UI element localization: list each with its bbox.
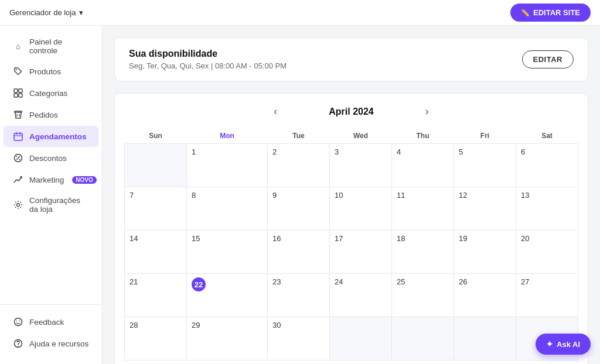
- sidebar-label-categories: Categorias: [29, 89, 67, 98]
- calendar-day-cell[interactable]: 29: [186, 317, 267, 360]
- calendar-day-cell[interactable]: 6: [516, 144, 578, 187]
- sidebar-label-products: Produtos: [29, 67, 61, 76]
- sidebar-label-settings: Configurações da loja: [29, 196, 89, 214]
- calendar-day-cell[interactable]: 21: [125, 274, 187, 317]
- calendar-day-cell[interactable]: 30: [268, 317, 330, 360]
- svg-rect-2: [19, 89, 22, 92]
- topbar: Gerenciador de loja ▾ EDITAR SITE: [0, 0, 600, 26]
- marketing-new-badge: NOVO: [72, 176, 96, 184]
- svg-point-20: [18, 346, 18, 346]
- sidebar-label-marketing: Marketing: [29, 176, 64, 184]
- day-number: 27: [521, 277, 529, 286]
- calendar-day-cell[interactable]: 10: [330, 187, 392, 231]
- svg-point-16: [15, 318, 22, 326]
- day-number: 10: [335, 191, 343, 200]
- prev-month-button[interactable]: ‹: [269, 103, 282, 120]
- orders-icon: [13, 109, 23, 120]
- header-fri: Fri: [454, 128, 516, 144]
- calendar-day-cell[interactable]: 3: [330, 144, 392, 187]
- sidebar-bottom: Feedback Ajuda e recursos: [0, 304, 102, 364]
- calendar-table: Sun Mon Tue Wed Thu Fri Sat 123456789101…: [124, 128, 578, 360]
- calendar-week-row: 78910111213: [125, 187, 578, 231]
- calendar-day-cell: [330, 317, 392, 360]
- day-number: 30: [272, 321, 281, 329]
- calendar-day-cell[interactable]: 24: [330, 274, 392, 317]
- calendar-day-cell[interactable]: 25: [392, 274, 454, 317]
- calendar-day-cell[interactable]: 12: [454, 187, 516, 231]
- calendar-day-cell[interactable]: 19: [454, 231, 516, 274]
- help-icon: [13, 338, 23, 349]
- header-sun: Sun: [125, 128, 187, 144]
- svg-rect-7: [14, 133, 22, 140]
- next-month-button[interactable]: ›: [421, 103, 434, 120]
- calendar-day-cell[interactable]: 16: [268, 231, 330, 274]
- sidebar-nav: ⌂ Painel de controle Produtos Ca: [0, 32, 102, 300]
- day-number: 4: [397, 147, 401, 156]
- availability-title: Sua disponibilidade: [129, 49, 287, 59]
- sidebar-item-products[interactable]: Produtos: [4, 61, 98, 82]
- store-name-label: Gerenciador de loja: [9, 8, 76, 17]
- today-indicator: 22: [192, 277, 206, 291]
- calendar-day-cell[interactable]: 27: [516, 274, 578, 317]
- calendar-day-cell[interactable]: 18: [392, 231, 454, 274]
- calendar-day-cell[interactable]: 22: [186, 274, 267, 317]
- sidebar-item-marketing[interactable]: Marketing NOVO: [4, 169, 98, 190]
- sidebar-item-dashboard[interactable]: ⌂ Painel de controle: [4, 32, 98, 60]
- calendar-week-row: 282930: [125, 317, 578, 360]
- grid-icon: [13, 88, 23, 98]
- calendar-day-cell[interactable]: 5: [454, 144, 516, 187]
- svg-point-15: [17, 204, 20, 207]
- marketing-icon: [13, 174, 23, 185]
- sidebar-label-feedback: Feedback: [29, 318, 64, 327]
- chevron-down-icon: ▾: [79, 8, 83, 17]
- calendar-day-cell[interactable]: 2: [268, 144, 330, 187]
- edit-availability-button[interactable]: EDITAR: [522, 50, 574, 68]
- main-content: Sua disponibilidade Seg, Ter, Qua, Qui, …: [103, 26, 600, 364]
- calendar-day-cell[interactable]: 14: [125, 231, 187, 274]
- calendar-day-cell[interactable]: 15: [186, 231, 267, 274]
- sidebar-item-feedback[interactable]: Feedback: [4, 311, 98, 332]
- day-number: 6: [521, 147, 525, 156]
- store-selector[interactable]: Gerenciador de loja ▾: [9, 8, 83, 17]
- edit-site-button[interactable]: EDITAR SITE: [510, 4, 591, 22]
- svg-point-14: [19, 159, 21, 160]
- ask-ai-button[interactable]: Ask AI: [536, 334, 591, 355]
- calendar-week-row: 21222324252627: [125, 274, 578, 317]
- sidebar-label-dashboard: Painel de controle: [29, 37, 89, 55]
- calendar-day-cell[interactable]: 26: [454, 274, 516, 317]
- calendar-day-cell[interactable]: 8: [186, 187, 267, 231]
- day-number: 17: [335, 234, 343, 243]
- calendar-day-cell: [125, 144, 187, 187]
- availability-info: Sua disponibilidade Seg, Ter, Qua, Qui, …: [129, 49, 287, 70]
- sidebar-item-categories[interactable]: Categorias: [4, 83, 98, 104]
- sidebar-label-orders: Pedidos: [29, 111, 58, 119]
- day-number: 23: [272, 277, 281, 286]
- calendar-title: April 2024: [329, 107, 373, 117]
- sidebar-item-appointments[interactable]: Agendamentos: [4, 126, 98, 147]
- calendar-day-cell[interactable]: 1: [186, 144, 267, 187]
- calendar-day-cell[interactable]: 13: [516, 187, 578, 231]
- calendar-day-cell[interactable]: 7: [125, 187, 187, 231]
- day-number: 13: [521, 191, 529, 200]
- calendar-day-cell[interactable]: 11: [392, 187, 454, 231]
- calendar-day-cell[interactable]: 4: [392, 144, 454, 187]
- sidebar-label-discounts: Descontos: [29, 154, 67, 163]
- header-thu: Thu: [392, 128, 454, 144]
- calendar-day-cell[interactable]: 23: [268, 274, 330, 317]
- day-number: 5: [459, 147, 463, 156]
- day-number: 12: [459, 191, 467, 200]
- day-number: 16: [272, 234, 281, 243]
- calendar-day-cell[interactable]: 17: [330, 231, 392, 274]
- calendar-body: 1234567891011121314151617181920212223242…: [125, 144, 578, 360]
- day-number: 15: [192, 234, 200, 243]
- sidebar-item-help[interactable]: Ajuda e recursos: [4, 333, 98, 354]
- calendar-day-cell[interactable]: 28: [125, 317, 187, 360]
- day-number: 24: [335, 277, 343, 286]
- day-number: 2: [272, 147, 277, 156]
- day-number: 3: [335, 147, 339, 156]
- calendar-day-cell[interactable]: 20: [516, 231, 578, 274]
- sidebar-item-settings[interactable]: Configurações da loja: [4, 191, 98, 219]
- calendar-day-cell[interactable]: 9: [268, 187, 330, 231]
- sidebar-item-discounts[interactable]: Descontos: [4, 147, 98, 169]
- sidebar-item-orders[interactable]: Pedidos: [4, 104, 98, 125]
